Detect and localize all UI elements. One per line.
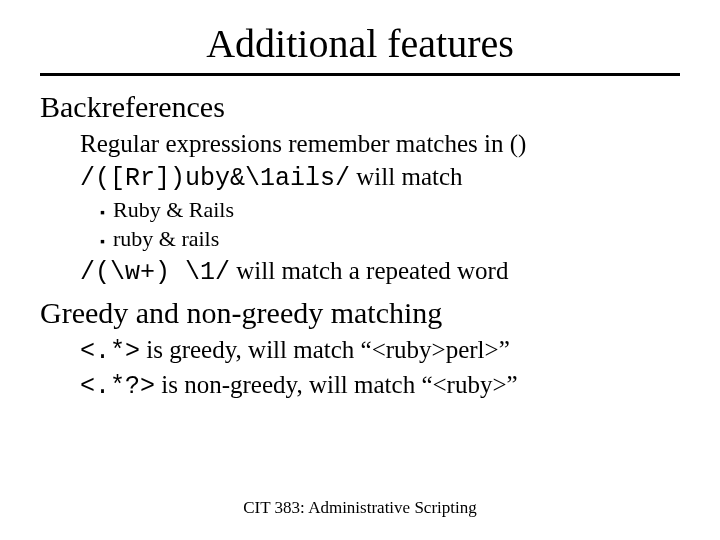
text-span: is non-greedy, will match “<ruby>” <box>155 371 518 398</box>
text-line: <.*> is greedy, will match “<ruby>perl>” <box>80 334 680 367</box>
section-heading-greedy: Greedy and non-greedy matching <box>40 296 680 330</box>
code-span: /(\w+) \1/ <box>80 258 230 287</box>
square-bullet-icon: ▪ <box>100 231 105 253</box>
code-span: /([Rr])uby&\1ails/ <box>80 164 350 193</box>
slide: Additional features Backreferences Regul… <box>0 0 720 540</box>
square-bullet-icon: ▪ <box>100 202 105 224</box>
text-line: <.*?> is non-greedy, will match “<ruby>” <box>80 369 680 402</box>
list-item-label: ruby & rails <box>113 226 219 252</box>
list-item: ▪ ruby & rails <box>100 226 680 253</box>
text-span: will match a repeated word <box>230 257 508 284</box>
code-span: <.*> <box>80 337 140 366</box>
body-block: <.*> is greedy, will match “<ruby>perl>”… <box>80 334 680 403</box>
bullet-list: ▪ Ruby & Rails ▪ ruby & rails <box>100 197 680 253</box>
list-item: ▪ Ruby & Rails <box>100 197 680 224</box>
body-block: Regular expressions remember matches in … <box>80 128 680 195</box>
section-heading-backreferences: Backreferences <box>40 90 680 124</box>
title-divider <box>40 73 680 76</box>
slide-title: Additional features <box>40 20 680 67</box>
text-line: Regular expressions remember matches in … <box>80 128 680 159</box>
text-span: is greedy, will match “<ruby>perl>” <box>140 336 510 363</box>
text-span: will match <box>350 163 462 190</box>
text-line: /(\w+) \1/ will match a repeated word <box>80 255 680 288</box>
body-block: /(\w+) \1/ will match a repeated word <box>80 255 680 288</box>
list-item-label: Ruby & Rails <box>113 197 234 223</box>
slide-footer: CIT 383: Administrative Scripting <box>0 498 720 518</box>
code-span: <.*?> <box>80 372 155 401</box>
text-line: /([Rr])uby&\1ails/ will match <box>80 161 680 194</box>
